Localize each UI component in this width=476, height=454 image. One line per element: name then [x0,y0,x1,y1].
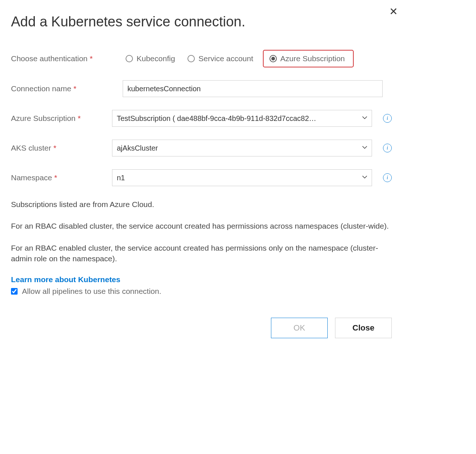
radio-kubeconfig[interactable]: Kubeconfig [123,53,178,64]
row-namespace: Namespace * n1 i [11,169,392,186]
required-mark: * [90,54,93,63]
description-p1: Subscriptions listed are from Azure Clou… [11,199,392,210]
label-connection-name: Connection name * [11,84,123,93]
row-azure-subscription: Azure Subscription * TestSubscription ( … [11,110,392,127]
radio-circle-icon [126,55,133,62]
dialog-container: ✕ Add a Kubernetes service connection. C… [0,0,403,349]
description-block: Subscriptions listed are from Azure Clou… [11,199,392,296]
auth-radio-group: Kubeconfig Service account Azure Subscri… [123,50,392,67]
namespace-value: n1 [112,169,372,186]
required-mark: * [78,114,81,123]
info-icon[interactable]: i [383,144,392,152]
info-icon[interactable]: i [383,114,392,123]
radio-azure-subscription[interactable]: Azure Subscription [267,53,348,64]
label-authentication: Choose authentication * [11,54,123,63]
aks-cluster-value: ajAksCluster [112,140,372,156]
info-icon[interactable]: i [383,173,392,182]
learn-more-link[interactable]: Learn more about Kubernetes [11,275,120,284]
label-aks-cluster-text: AKS cluster [11,144,51,152]
row-aks-cluster: AKS cluster * ajAksCluster i [11,140,392,156]
connection-name-input[interactable] [123,80,383,97]
radio-service-account[interactable]: Service account [185,53,256,64]
label-namespace-text: Namespace [11,173,52,182]
azure-subscription-select[interactable]: TestSubscription ( dae488bf-9cca-4b9b-91… [112,110,372,127]
description-p2: For an RBAC disabled cluster, the servic… [11,221,392,231]
highlight-azure-subscription: Azure Subscription [263,50,354,67]
required-mark: * [74,84,77,93]
close-icon[interactable]: ✕ [387,4,400,19]
label-azure-subscription-text: Azure Subscription [11,114,75,123]
label-aks-cluster: AKS cluster * [11,144,112,152]
row-connection-name: Connection name * [11,80,392,97]
allow-pipelines-row: Allow all pipelines to use this connecti… [11,287,392,296]
button-row: OK Close [11,318,392,338]
label-azure-subscription: Azure Subscription * [11,114,112,123]
label-authentication-text: Choose authentication [11,54,88,63]
radio-circle-icon [187,55,195,62]
azure-subscription-value: TestSubscription ( dae488bf-9cca-4b9b-91… [112,110,372,127]
close-button[interactable]: Close [335,318,392,338]
ok-button[interactable]: OK [271,318,328,338]
namespace-select[interactable]: n1 [112,169,372,186]
label-namespace: Namespace * [11,173,112,182]
allow-pipelines-checkbox[interactable] [11,288,18,295]
radio-kubeconfig-label: Kubeconfig [137,54,175,63]
required-mark: * [53,144,56,152]
allow-pipelines-label: Allow all pipelines to use this connecti… [22,287,161,296]
aks-cluster-select[interactable]: ajAksCluster [112,140,372,156]
label-connection-name-text: Connection name [11,84,71,93]
radio-circle-icon [269,55,277,62]
dialog-title: Add a Kubernetes service connection. [11,14,392,30]
radio-azure-subscription-label: Azure Subscription [280,54,345,63]
radio-service-account-label: Service account [198,54,253,63]
row-authentication: Choose authentication * Kubeconfig Servi… [11,50,392,67]
required-mark: * [54,173,57,182]
description-p3: For an RBAC enabled cluster, the service… [11,243,392,264]
